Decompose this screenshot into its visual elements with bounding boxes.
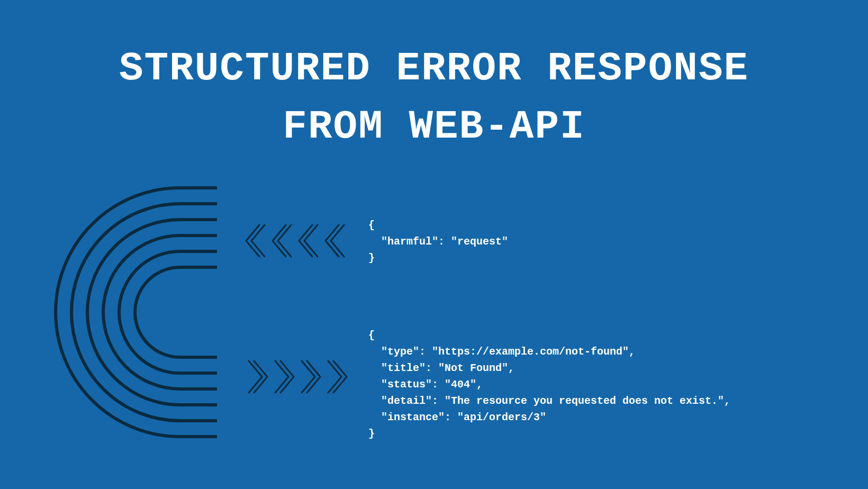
- title-line-2: FROM WEB-API: [283, 104, 585, 150]
- page-title: STRUCTURED ERROR RESPONSE FROM WEB-API: [0, 40, 868, 156]
- arrows-left-icon: [243, 220, 349, 262]
- title-line-1: STRUCTURED ERROR RESPONSE: [119, 46, 749, 92]
- response-json-block: { "type": "https://example.com/not-found…: [368, 327, 730, 442]
- request-json-block: { "harmful": "request" }: [368, 217, 508, 266]
- arrows-right-icon: [243, 356, 349, 398]
- arcs-decoration: [48, 180, 217, 445]
